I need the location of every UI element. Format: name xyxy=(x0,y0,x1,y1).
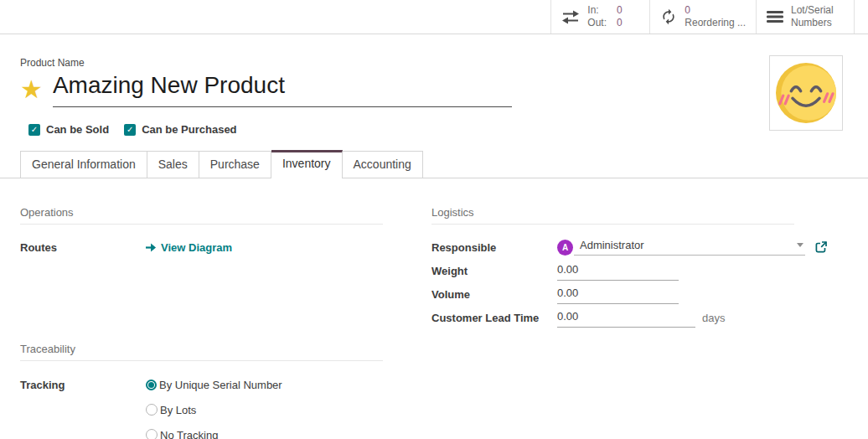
product-name-label: Product Name xyxy=(20,57,848,69)
weight-label: Weight xyxy=(431,265,557,277)
checkbox-checked-icon: ✓ xyxy=(124,124,136,136)
view-diagram-link[interactable]: View Diagram xyxy=(146,241,232,254)
lot-serial-line2: Numbers xyxy=(791,17,832,28)
radio-unselected-icon xyxy=(146,404,158,416)
customer-lead-time-row: Customer Lead Time days xyxy=(431,306,794,329)
chevron-down-icon[interactable] xyxy=(797,243,803,247)
reordering-rules-stat-button[interactable]: 0 Reordering ... xyxy=(649,0,756,34)
customer-lead-time-label: Customer Lead Time xyxy=(431,312,557,324)
title-row: ★ xyxy=(20,72,848,107)
lot-serial-text: Lot/Serial Numbers xyxy=(791,4,834,29)
tab-sales[interactable]: Sales xyxy=(147,151,199,178)
out-value: 0 xyxy=(617,17,623,29)
can-be-sold-label: Can be Sold xyxy=(46,123,109,136)
lot-serial-line1: Lot/Serial xyxy=(791,4,834,16)
radio-by-unique-serial-number[interactable]: By Unique Serial Number xyxy=(146,372,282,397)
radio-by-lots[interactable]: By Lots xyxy=(146,397,282,422)
radio-label: By Unique Serial Number xyxy=(159,379,282,391)
view-diagram-label: View Diagram xyxy=(161,241,232,254)
operations-heading: Operations xyxy=(20,206,383,225)
tab-purchase[interactable]: Purchase xyxy=(199,151,271,178)
lot-serial-numbers-stat-button[interactable]: Lot/Serial Numbers xyxy=(756,0,855,34)
can-be-purchased-checkbox[interactable]: ✓ Can be Purchased xyxy=(124,123,236,136)
form-header: Product Name ★ ✓ Can be Sold ✓ Can be Pu… xyxy=(0,34,868,136)
volume-input[interactable] xyxy=(557,285,679,304)
in-label: In: xyxy=(587,4,607,17)
in-out-values: In: 0 Out: 0 xyxy=(587,4,622,29)
logistics-heading: Logistics xyxy=(431,206,794,225)
notebook-tabs: General Information Sales Purchase Inven… xyxy=(0,150,868,178)
traceability-group: Traceability Tracking By Unique Serial N… xyxy=(20,343,383,439)
transfer-arrows-icon xyxy=(561,10,580,24)
in-value: 0 xyxy=(617,4,623,17)
right-arrow-icon xyxy=(146,242,157,253)
tab-inventory[interactable]: Inventory xyxy=(271,150,343,178)
volume-row: Volume xyxy=(431,282,794,306)
open-record-external-link-icon[interactable] xyxy=(815,241,827,253)
can-be-purchased-label: Can be Purchased xyxy=(142,123,236,136)
in-out-stat-button[interactable]: In: 0 Out: 0 xyxy=(550,0,649,34)
stat-buttons: In: 0 Out: 0 0 Reordering ... xyxy=(550,0,855,34)
favorite-star-icon[interactable]: ★ xyxy=(20,77,43,102)
radio-label: By Lots xyxy=(160,404,196,416)
product-name-input[interactable] xyxy=(53,72,512,107)
radio-selected-icon xyxy=(146,380,157,390)
operations-group: Operations Routes View Diagram xyxy=(20,206,383,259)
out-label: Out: xyxy=(587,17,607,29)
user-avatar: A xyxy=(557,240,573,256)
sale-purchase-options: ✓ Can be Sold ✓ Can be Purchased xyxy=(28,123,848,136)
checkbox-checked-icon: ✓ xyxy=(28,124,40,136)
weight-row: Weight xyxy=(431,259,794,282)
left-column: Operations Routes View Diagram Traceabil… xyxy=(20,206,383,439)
radio-no-tracking[interactable]: No Tracking xyxy=(146,422,282,439)
refresh-icon xyxy=(660,8,677,25)
radio-label: No Tracking xyxy=(160,429,218,439)
responsible-many2one-field[interactable]: Administrator xyxy=(574,239,805,256)
reordering-label: Reordering ... xyxy=(685,17,746,28)
responsible-label: Responsible xyxy=(431,241,557,254)
tracking-label: Tracking xyxy=(20,372,146,391)
stat-button-bar: In: 0 Out: 0 0 Reordering ... xyxy=(0,0,868,34)
routes-row: Routes View Diagram xyxy=(20,235,383,259)
tab-general-information[interactable]: General Information xyxy=(20,151,147,178)
logistics-group: Logistics Responsible A Administrator xyxy=(431,206,794,329)
reordering-count: 0 xyxy=(685,4,690,16)
list-icon xyxy=(767,10,783,23)
tracking-row: Tracking By Unique Serial Number By Lots xyxy=(20,372,383,439)
customer-lead-time-input[interactable] xyxy=(557,308,695,328)
volume-label: Volume xyxy=(431,288,557,301)
days-unit-label: days xyxy=(702,312,725,324)
tab-accounting[interactable]: Accounting xyxy=(343,151,423,178)
can-be-sold-checkbox[interactable]: ✓ Can be Sold xyxy=(28,123,109,136)
inventory-tab-content: Operations Routes View Diagram Traceabil… xyxy=(0,206,868,439)
product-form-page: In: 0 Out: 0 0 Reordering ... xyxy=(0,0,868,439)
responsible-value: Administrator xyxy=(580,239,644,251)
weight-input[interactable] xyxy=(557,261,679,281)
right-column: Logistics Responsible A Administrator xyxy=(431,206,794,439)
responsible-row: Responsible A Administrator xyxy=(431,235,827,259)
reordering-text: 0 Reordering ... xyxy=(685,4,746,29)
radio-unselected-icon xyxy=(146,429,158,439)
traceability-heading: Traceability xyxy=(20,343,383,361)
routes-label: Routes xyxy=(20,241,146,254)
tracking-radio-group: By Unique Serial Number By Lots No Track… xyxy=(146,372,282,439)
